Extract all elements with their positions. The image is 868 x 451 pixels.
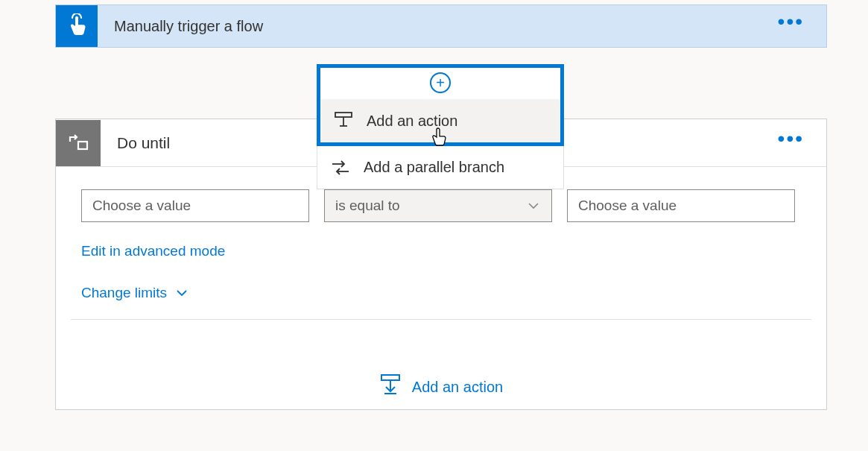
change-limits-label: Change limits [81,285,167,301]
do-until-icon [56,120,101,166]
add-action-icon [379,373,402,396]
insert-step-popover: + Add an action Add a parallel branch [317,64,564,189]
trigger-icon [56,5,98,47]
trigger-title: Manually trigger a flow [98,18,755,35]
plus-icon: + [436,75,445,90]
trigger-more-button[interactable]: ••• [755,18,826,25]
add-parallel-label: Add a parallel branch [364,159,504,176]
insert-plus-button[interactable]: + [430,72,451,93]
operator-label: is equal to [335,198,400,214]
add-action-label: Add an action [367,113,457,130]
svg-rect-5 [78,142,87,149]
add-action-menu-item[interactable]: Add an action [320,99,560,142]
chevron-down-icon [526,198,541,213]
condition-operator-select[interactable]: is equal to [324,189,552,222]
add-action-footer-label: Add an action [412,379,503,396]
trigger-card[interactable]: Manually trigger a flow ••• [55,4,827,48]
chevron-down-icon [174,286,189,300]
insert-plus-row: + [320,68,560,99]
condition-right-input[interactable] [567,189,795,222]
svg-rect-6 [381,375,399,380]
touch-icon [64,13,89,39]
svg-rect-0 [335,113,352,117]
add-parallel-branch-menu-item[interactable]: Add a parallel branch [317,146,564,189]
loop-icon [66,131,90,155]
edit-advanced-mode-link[interactable]: Edit in advanced mode [56,236,826,265]
condition-left-input[interactable] [81,189,309,222]
add-action-button[interactable]: Add an action [56,320,826,409]
do-until-more-button[interactable]: ••• [755,135,826,142]
insert-step-highlight: + Add an action [317,64,564,146]
change-limits-toggle[interactable]: Change limits [56,265,826,319]
add-action-icon [334,111,353,130]
edit-advanced-label: Edit in advanced mode [81,243,225,259]
parallel-branch-icon [331,158,350,177]
